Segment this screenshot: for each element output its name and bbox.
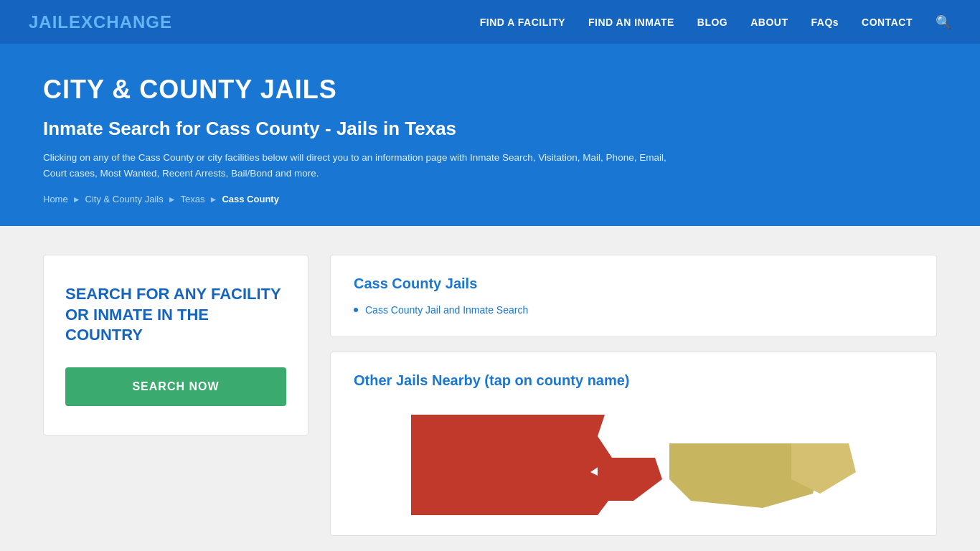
- search-now-button[interactable]: SEARCH NOW: [65, 367, 286, 406]
- facility-link[interactable]: Cass County Jail and Inmate Search: [354, 304, 528, 316]
- search-icon[interactable]: 🔍: [936, 14, 951, 30]
- breadcrumb-state[interactable]: Texas: [181, 194, 205, 204]
- nav-contact[interactable]: CONTACT: [862, 17, 913, 28]
- breadcrumb-sep-1: ►: [72, 194, 81, 204]
- breadcrumb-sep-3: ►: [209, 194, 218, 204]
- nav-about[interactable]: ABOUT: [750, 17, 788, 28]
- main-content: SEARCH FOR ANY FACILITY OR INMATE IN THE…: [0, 226, 980, 551]
- logo-jail: JAIL: [29, 12, 69, 32]
- breadcrumb-current: Cass County: [222, 194, 278, 204]
- nav-faqs[interactable]: FAQs: [811, 17, 839, 28]
- nearby-card-title: Other Jails Nearby (tap on county name): [354, 372, 913, 389]
- svg-marker-0: [411, 415, 619, 515]
- nearby-jails-card: Other Jails Nearby (tap on county name): [330, 352, 937, 536]
- site-logo[interactable]: JAILEXCHANGE: [29, 12, 172, 32]
- county-map[interactable]: [354, 400, 913, 515]
- facility-card: Cass County Jails Cass County Jail and I…: [330, 255, 937, 337]
- search-card-title: SEARCH FOR ANY FACILITY OR INMATE IN THE…: [65, 284, 286, 346]
- hero-subtitle: Inmate Search for Cass County - Jails in…: [43, 118, 937, 140]
- page-title: CITY & COUNTY JAILS: [43, 75, 937, 105]
- right-column: Cass County Jails Cass County Jail and I…: [330, 255, 937, 536]
- hero-description: Clicking on any of the Cass County or ci…: [43, 150, 689, 181]
- site-header: JAILEXCHANGE FIND A FACILITY FIND AN INM…: [0, 0, 980, 46]
- facility-card-title: Cass County Jails: [354, 276, 913, 292]
- search-card: SEARCH FOR ANY FACILITY OR INMATE IN THE…: [43, 255, 308, 435]
- breadcrumb-home[interactable]: Home: [43, 194, 68, 204]
- main-nav: FIND A FACILITY FIND AN INMATE BLOG ABOU…: [480, 14, 951, 30]
- nav-find-facility[interactable]: FIND A FACILITY: [480, 17, 565, 28]
- breadcrumb: Home ► City & County Jails ► Texas ► Cas…: [43, 194, 937, 204]
- svg-marker-1: [598, 458, 662, 501]
- breadcrumb-sep-2: ►: [168, 194, 176, 204]
- logo-exchange: EXCHANGE: [69, 12, 172, 32]
- nav-find-inmate[interactable]: FIND AN INMATE: [588, 17, 674, 28]
- breadcrumb-city-county[interactable]: City & County Jails: [85, 194, 164, 204]
- hero-banner: CITY & COUNTY JAILS Inmate Search for Ca…: [0, 46, 980, 226]
- nav-blog[interactable]: BLOG: [697, 17, 727, 28]
